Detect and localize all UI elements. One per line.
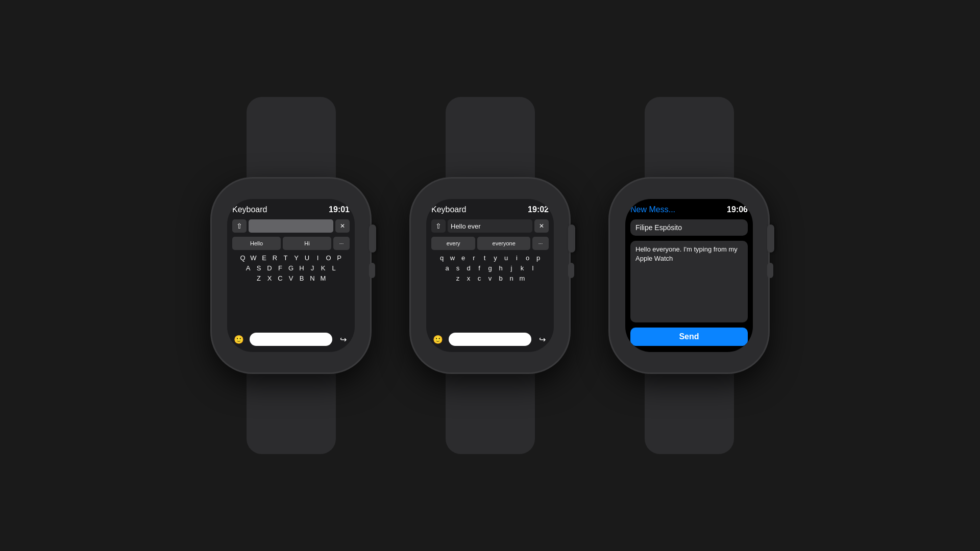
contact-name: Filipe Espósito <box>630 219 748 236</box>
send-button[interactable]: Send <box>630 328 748 346</box>
watch-band-bottom-1 <box>247 372 336 454</box>
watch-3: New Mess... 19:06 Filipe Espósito Hello … <box>610 97 768 454</box>
screen-header-3: New Mess... 19:06 <box>630 205 748 214</box>
screen-content-1: Keyboard 19:01 ⇧ ✕ Hello Hi <box>227 199 355 352</box>
watch-screen-3: New Mess... 19:06 Filipe Espósito Hello … <box>625 199 753 352</box>
keyboard-1: Q W E R T Y U I O P A S D <box>232 254 350 282</box>
suggestion-hello[interactable]: Hello <box>232 237 281 250</box>
watch-side-button-2 <box>568 263 574 278</box>
screen-title-1: Keyboard <box>232 205 267 214</box>
shift-button-2[interactable]: ⇧ <box>431 219 446 233</box>
send-icon-2[interactable]: ↪ <box>535 333 549 346</box>
watch-band-bottom-3 <box>645 372 734 454</box>
key-row-2-3: z x c v b n m <box>431 274 549 282</box>
watch-screen-1: Keyboard 19:01 ⇧ ✕ Hello Hi <box>227 199 355 352</box>
more-suggestions-2[interactable]: ··· <box>532 237 549 250</box>
space-bar-2[interactable] <box>449 333 531 346</box>
key-row-2-1: q w e r t y u i o p <box>431 254 549 262</box>
watch-crown-3 <box>767 224 774 253</box>
screen-header-1: Keyboard 19:01 <box>232 205 350 214</box>
watch-body-3: New Mess... 19:06 Filipe Espósito Hello … <box>610 179 768 372</box>
shift-button-1[interactable]: ⇧ <box>232 219 247 233</box>
suggestion-every[interactable]: every <box>431 237 475 250</box>
watch-band-bottom-2 <box>446 372 535 454</box>
suggestions-row-2: every everyone ··· <box>431 237 549 250</box>
delete-button-1[interactable]: ✕ <box>335 219 350 233</box>
suggestions-row-1: Hello Hi ··· <box>232 237 350 250</box>
delete-button-2[interactable]: ✕ <box>534 219 549 233</box>
watch-band-top-2 <box>446 97 535 179</box>
screen-time-3: 19:06 <box>727 205 748 214</box>
watch-side-button-1 <box>369 263 375 278</box>
space-bar-1[interactable] <box>250 333 332 346</box>
screen-content-2: Keyboard 19:02 ⇧ Hello ever ✕ every <box>426 199 554 352</box>
key-row-1-2: A S D F G H J K L <box>232 264 350 272</box>
watch-screen-2: Keyboard 19:02 ⇧ Hello ever ✕ every <box>426 199 554 352</box>
key-row-2-2: a s d f g h j k l <box>431 264 549 272</box>
text-input-1[interactable] <box>249 219 333 233</box>
suggestion-everyone[interactable]: everyone <box>477 237 530 250</box>
watch-body-2: Keyboard 19:02 ⇧ Hello ever ✕ every <box>411 179 569 372</box>
watch-band-top-1 <box>247 97 336 179</box>
send-icon-1[interactable]: ↪ <box>336 333 350 346</box>
watch-band-top-3 <box>645 97 734 179</box>
input-row-2: ⇧ Hello ever ✕ <box>431 219 549 233</box>
watch-2: Keyboard 19:02 ⇧ Hello ever ✕ every <box>411 97 569 454</box>
key-row-1-1: Q W E R T Y U I O P <box>232 254 350 262</box>
screen-time-2: 19:02 <box>528 205 549 214</box>
text-input-2[interactable]: Hello ever <box>448 219 532 233</box>
keyboard-2: q w e r t y u i o p a s d <box>431 254 549 282</box>
watch-crown-2 <box>568 224 575 253</box>
bottom-row-1: 🙂 ↪ <box>232 333 350 346</box>
screen-title-3: New Mess... <box>630 205 675 214</box>
input-row-1: ⇧ ✕ <box>232 219 350 233</box>
suggestion-hi[interactable]: Hi <box>283 237 331 250</box>
emoji-button-1[interactable]: 🙂 <box>232 333 246 346</box>
message-text: Hello everyone. I'm typing from my Apple… <box>630 241 748 322</box>
watch-side-button-3 <box>767 263 773 278</box>
key-row-1-3: Z X C V B N M <box>232 274 350 282</box>
screen-header-2: Keyboard 19:02 <box>431 205 549 214</box>
watch-body-1: Keyboard 19:01 ⇧ ✕ Hello Hi <box>212 179 370 372</box>
watch-crown-1 <box>369 224 376 253</box>
emoji-button-2[interactable]: 🙂 <box>431 333 445 346</box>
bottom-row-2: 🙂 ↪ <box>431 333 549 346</box>
watch-1: Keyboard 19:01 ⇧ ✕ Hello Hi <box>212 97 370 454</box>
screen-time-1: 19:01 <box>329 205 350 214</box>
screen-title-2: Keyboard <box>431 205 467 214</box>
more-suggestions-1[interactable]: ··· <box>333 237 350 250</box>
screen-content-3: New Mess... 19:06 Filipe Espósito Hello … <box>625 199 753 352</box>
